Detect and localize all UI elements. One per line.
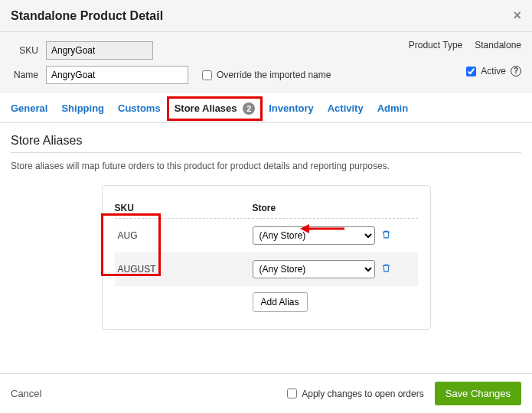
tab-inventory[interactable]: Inventory xyxy=(269,102,314,122)
trash-icon[interactable] xyxy=(381,263,391,275)
override-checkbox-wrap[interactable]: Override the imported name xyxy=(202,70,331,80)
help-icon[interactable]: ? xyxy=(511,66,521,76)
annotation-highlight-sku xyxy=(101,213,161,276)
dialog-footer: Cancel Apply changes to open orders Save… xyxy=(0,373,532,376)
add-alias-button[interactable]: Add Alias xyxy=(253,292,308,312)
svg-marker-1 xyxy=(300,224,309,233)
section-title: Store Aliases xyxy=(11,134,521,148)
annotation-arrow-icon xyxy=(300,223,346,235)
tab-activity[interactable]: Activity xyxy=(328,102,364,122)
alias-card: SKU Store AUG (Any Store) AUGUST (Any St… xyxy=(102,185,431,330)
tab-store-aliases[interactable]: Store Aliases 2 xyxy=(175,102,256,122)
product-type-label: Product Type xyxy=(409,40,463,50)
content-area: Store Aliases Store aliases will map fut… xyxy=(0,123,532,376)
section-divider xyxy=(11,152,521,153)
tab-general[interactable]: General xyxy=(11,102,47,122)
tab-admin[interactable]: Admin xyxy=(377,102,408,122)
column-header-store: Store xyxy=(253,203,276,213)
annotation-highlight-tab xyxy=(167,96,263,121)
tabs-bar: General Shipping Customs Store Aliases 2… xyxy=(0,93,532,123)
alias-store-select[interactable]: (Any Store) xyxy=(253,260,375,278)
product-type-meta: Product Type Standalone xyxy=(409,40,521,50)
column-header-sku: SKU xyxy=(115,203,253,213)
active-checkbox[interactable] xyxy=(466,67,476,76)
override-label: Override the imported name xyxy=(217,70,331,80)
active-toggle-wrap: Active ? xyxy=(466,66,521,76)
product-type-value: Standalone xyxy=(475,40,521,50)
override-checkbox[interactable] xyxy=(202,70,212,80)
dialog-header: Standalone Product Detail × xyxy=(0,0,532,32)
sku-input[interactable] xyxy=(46,41,153,60)
tab-customs[interactable]: Customs xyxy=(118,102,161,122)
name-label: Name xyxy=(11,70,38,80)
sku-label: SKU xyxy=(11,45,38,56)
section-description: Store aliases will map future orders to … xyxy=(11,161,521,171)
active-label: Active xyxy=(481,66,506,76)
dialog-title: Standalone Product Detail xyxy=(11,9,163,23)
name-input[interactable] xyxy=(46,66,188,84)
close-icon[interactable]: × xyxy=(513,8,521,24)
tab-shipping[interactable]: Shipping xyxy=(61,102,104,122)
trash-icon[interactable] xyxy=(381,229,391,242)
